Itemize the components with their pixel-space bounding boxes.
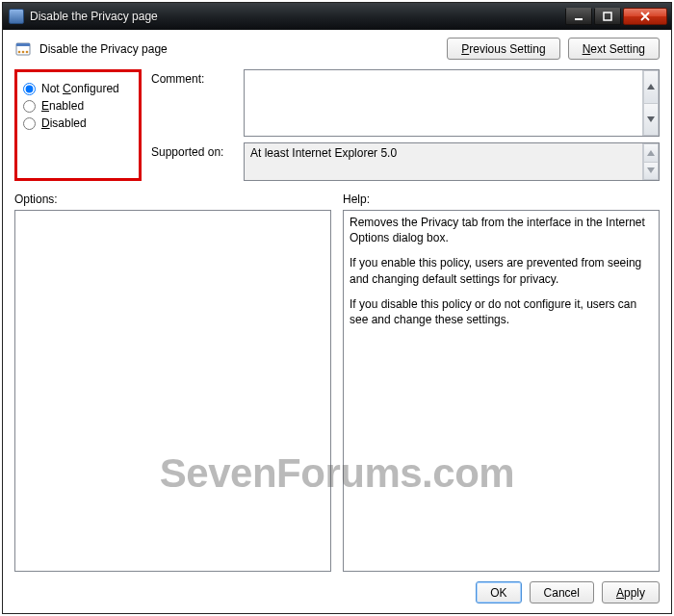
- maximize-button[interactable]: [594, 8, 621, 25]
- svg-rect-3: [16, 43, 30, 46]
- header-row: Disable the Privacy page Previous Settin…: [14, 38, 660, 60]
- app-icon: [9, 9, 24, 24]
- apply-button[interactable]: Apply: [602, 581, 660, 603]
- radio-enabled-input[interactable]: [23, 100, 36, 113]
- footer-buttons: OK Cancel Apply: [14, 581, 660, 603]
- titlebar[interactable]: Disable the Privacy page: [3, 3, 671, 30]
- next-tail: ext Setting: [590, 42, 645, 56]
- supported-field-wrap: At least Internet Explorer 5.0: [244, 142, 660, 181]
- radio-not-configured-input[interactable]: [23, 83, 36, 95]
- window-title: Disable the Privacy page: [30, 10, 565, 23]
- previous-setting-button[interactable]: Previous Setting: [447, 38, 559, 60]
- supported-label: Supported on:: [151, 142, 238, 159]
- setting-radio-group: Not Configured Enabled Disabled: [14, 69, 142, 181]
- minimize-button[interactable]: [565, 8, 592, 25]
- help-panel: Removes the Privacy tab from the interfa…: [343, 210, 660, 572]
- policy-title: Disable the Privacy page: [39, 42, 439, 56]
- comment-scroll: [642, 70, 659, 136]
- apply-tail: pply: [624, 586, 645, 600]
- scroll-up-icon[interactable]: [643, 143, 659, 162]
- svg-point-6: [26, 50, 29, 53]
- window-buttons: [565, 8, 667, 25]
- maximize-icon: [603, 12, 612, 21]
- options-column: Options:: [14, 192, 331, 572]
- supported-scroll: [642, 143, 659, 180]
- scroll-down-icon[interactable]: [643, 103, 659, 137]
- help-column: Help: Removes the Privacy tab from the i…: [343, 192, 660, 572]
- minimize-icon: [574, 12, 583, 21]
- next-setting-button[interactable]: Next Setting: [568, 38, 660, 60]
- radio-disabled[interactable]: Disabled: [23, 116, 133, 130]
- svg-rect-1: [604, 13, 611, 20]
- window-frame: Disable the Privacy page Disable the Pri…: [2, 2, 672, 614]
- radio-enabled-label: Enabled: [41, 99, 84, 113]
- radio-not-configured-label: Not Configured: [41, 82, 119, 95]
- client-area: Disable the Privacy page Previous Settin…: [3, 30, 671, 613]
- lower-panels: Options: Help: Removes the Privacy tab f…: [14, 192, 660, 572]
- scroll-down-icon[interactable]: [643, 162, 659, 181]
- radio-disabled-input[interactable]: [23, 117, 36, 130]
- close-icon: [639, 12, 651, 21]
- comment-textarea[interactable]: [245, 70, 642, 136]
- meta-grid: Comment: Supported on: At least Internet…: [151, 69, 660, 181]
- radio-enabled[interactable]: Enabled: [23, 99, 133, 113]
- comment-label: Comment:: [151, 69, 238, 86]
- cancel-button[interactable]: Cancel: [530, 581, 594, 603]
- help-paragraph: Removes the Privacy tab from the interfa…: [350, 215, 653, 245]
- comment-field-wrap: [244, 69, 660, 137]
- supported-value: At least Internet Explorer 5.0: [245, 143, 642, 163]
- policy-icon: [14, 40, 32, 58]
- radio-not-configured[interactable]: Not Configured: [23, 82, 133, 95]
- options-panel: [14, 210, 331, 572]
- ok-button[interactable]: OK: [476, 581, 521, 603]
- scroll-up-icon[interactable]: [643, 70, 659, 103]
- close-button[interactable]: [623, 8, 667, 25]
- previous-tail: revious Setting: [469, 42, 545, 56]
- help-paragraph: If you enable this policy, users are pre…: [350, 255, 653, 286]
- options-label: Options:: [14, 192, 331, 206]
- help-label: Help:: [343, 192, 660, 206]
- svg-point-4: [18, 50, 21, 53]
- help-paragraph: If you disable this policy or do not con…: [350, 296, 653, 327]
- radio-disabled-label: Disabled: [41, 116, 87, 130]
- svg-point-5: [22, 50, 25, 53]
- top-grid: Not Configured Enabled Disabled Comment:: [14, 69, 660, 181]
- svg-rect-0: [575, 18, 583, 20]
